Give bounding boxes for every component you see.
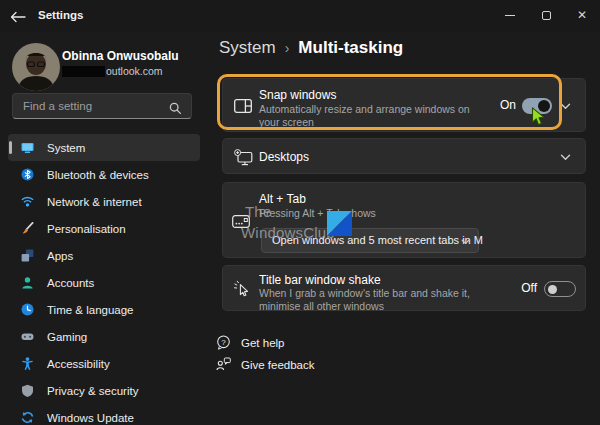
- search-input[interactable]: Find a setting: [12, 93, 192, 119]
- sidebar-item-gaming[interactable]: Gaming: [8, 323, 200, 350]
- desktops-icon: [234, 149, 253, 166]
- bluetooth-icon: [21, 168, 34, 181]
- get-help-icon: ?: [216, 335, 231, 350]
- shake-description-line2: minimise all other windows: [259, 300, 384, 313]
- shake-toggle-label: Off: [521, 281, 537, 295]
- profile-email: outlook.com: [62, 65, 163, 77]
- desktops-expander-chevron-icon[interactable]: [560, 154, 571, 161]
- sidebar-item-accounts[interactable]: Accounts: [8, 269, 200, 296]
- sidebar-item-label: Apps: [47, 250, 73, 262]
- sidebar-item-network-internet[interactable]: Network & internet: [8, 188, 200, 215]
- svg-text:?: ?: [221, 338, 226, 347]
- close-icon: ✕: [577, 9, 587, 21]
- sidebar-item-personalisation[interactable]: Personalisation: [8, 215, 200, 242]
- desktops-card[interactable]: Desktops: [222, 138, 586, 174]
- sidebar-item-label: Accessibility: [47, 358, 110, 370]
- watermark-logo-icon: [327, 211, 352, 236]
- give-feedback-icon: [216, 357, 231, 372]
- accessibility-icon: [21, 357, 34, 370]
- apps-icon: [21, 249, 34, 262]
- breadcrumb: System › Multi-tasking: [219, 38, 403, 58]
- avatar-photo: [12, 43, 60, 91]
- maximize-button[interactable]: [528, 0, 564, 30]
- window-controls: ✕: [492, 0, 600, 30]
- shake-title: Title bar window shake: [259, 273, 381, 287]
- sidebar-item-label: Bluetooth & devices: [47, 169, 149, 181]
- sidebar-item-apps[interactable]: Apps: [8, 242, 200, 269]
- update-icon: [21, 411, 34, 424]
- shake-description-line1: When I grab a window's title bar and sha…: [259, 287, 470, 300]
- mouse-cursor-icon: [531, 107, 546, 131]
- alt-tab-card: Alt + Tab Pressing Alt + Tab shows Open …: [222, 182, 586, 258]
- profile-name: Obinna Onwusobalu: [62, 49, 179, 63]
- avatar[interactable]: [12, 43, 60, 91]
- sidebar-item-label: Privacy & security: [47, 385, 138, 397]
- sidebar-item-label: Accounts: [47, 277, 94, 289]
- system-icon: [21, 141, 34, 154]
- sidebar-item-label: Gaming: [47, 331, 87, 343]
- page-title: Multi-tasking: [298, 38, 403, 58]
- sidebar-item-label: Windows Update: [47, 412, 134, 424]
- sidebar: Obinna Onwusobalu outlook.com Find a set…: [0, 32, 210, 425]
- snap-windows-description-line1: Automatically resize and arrange windows…: [259, 103, 470, 116]
- sidebar-item-accessibility[interactable]: Accessibility: [8, 350, 200, 377]
- email-redaction: [62, 66, 105, 77]
- get-help-link[interactable]: ? Get help: [216, 335, 284, 350]
- wifi-icon: [21, 195, 34, 208]
- get-help-label: Get help: [241, 337, 284, 349]
- person-icon: [21, 276, 34, 289]
- snap-windows-description-line2: your screen: [259, 116, 314, 129]
- snap-windows-toggle-label: On: [500, 98, 516, 112]
- sidebar-item-windows-update[interactable]: Windows Update: [8, 404, 200, 425]
- snap-windows-expander-chevron-icon[interactable]: [560, 103, 571, 110]
- breadcrumb-system[interactable]: System: [219, 38, 276, 58]
- selected-indicator: [9, 141, 12, 154]
- titlebar: Settings ✕: [0, 0, 600, 32]
- settings-window: Settings ✕ Obinna Onwusobalu outlook.com…: [0, 0, 600, 425]
- brush-icon: [21, 222, 34, 235]
- give-feedback-label: Give feedback: [241, 359, 315, 371]
- desktops-title: Desktops: [259, 150, 309, 164]
- sidebar-item-label: Time & language: [47, 304, 134, 316]
- sidebar-nav: System Bluetooth & devices Network & int…: [0, 134, 210, 425]
- minimize-icon: [505, 15, 515, 16]
- title-bar-window-shake-card: Title bar window shake When I grab a win…: [222, 265, 586, 311]
- back-arrow-icon: [10, 11, 26, 23]
- search-icon: [169, 101, 182, 119]
- watermark-line1: The: [245, 203, 271, 220]
- email-domain: outlook.com: [106, 65, 163, 77]
- watermark-line2: WindowsClub: [241, 224, 335, 241]
- clock-icon: [21, 303, 34, 316]
- window-title: Settings: [38, 9, 83, 21]
- sidebar-item-label: Personalisation: [47, 223, 126, 235]
- toggle-knob: [548, 285, 557, 294]
- give-feedback-link[interactable]: Give feedback: [216, 357, 315, 372]
- search-placeholder: Find a setting: [23, 100, 92, 112]
- shake-toggle[interactable]: [544, 281, 576, 297]
- sidebar-item-privacy-security[interactable]: Privacy & security: [8, 377, 200, 404]
- sidebar-item-label: System: [47, 142, 85, 154]
- snap-windows-icon: [234, 99, 252, 113]
- alt-tab-description: Pressing Alt + Tab shows: [259, 207, 376, 220]
- snap-windows-title: Snap windows: [259, 88, 336, 102]
- minimize-button[interactable]: [492, 0, 528, 30]
- shake-cursor-icon: [234, 280, 250, 298]
- maximize-icon: [542, 11, 551, 20]
- sidebar-item-time-language[interactable]: Time & language: [8, 296, 200, 323]
- dropdown-chevron-icon: [461, 239, 470, 245]
- sidebar-item-system[interactable]: System: [8, 134, 200, 161]
- back-button[interactable]: [10, 9, 30, 23]
- gamepad-icon: [21, 330, 34, 343]
- shield-icon: [21, 384, 34, 397]
- sidebar-item-label: Network & internet: [47, 196, 142, 208]
- sidebar-item-bluetooth-devices[interactable]: Bluetooth & devices: [8, 161, 200, 188]
- breadcrumb-separator-icon: ›: [285, 40, 290, 56]
- close-button[interactable]: ✕: [564, 0, 600, 30]
